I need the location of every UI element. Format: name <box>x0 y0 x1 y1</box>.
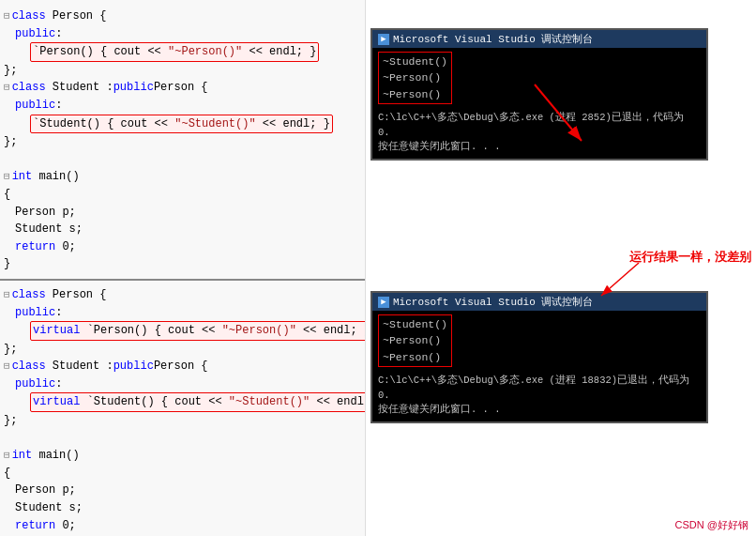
output-highlight-top: ~Student() ~Person() ~Person() <box>378 52 452 104</box>
vs-console-bottom: ▶ Microsoft Visual Studio 调试控制台 ~Student… <box>370 291 708 423</box>
code-line: }; <box>0 412 365 430</box>
minus-icon: ⊟ <box>4 448 10 464</box>
vs-titlebar-bottom: ▶ Microsoft Visual Studio 调试控制台 <box>372 293 706 311</box>
keyword-class: class <box>12 286 46 304</box>
code-text: Person p; <box>15 204 76 222</box>
keyword-public: public <box>113 79 154 97</box>
code-line: }; <box>0 341 365 359</box>
code-text: << endl; } <box>256 117 330 130</box>
keyword-return: return <box>15 517 55 535</box>
exit-msg-bottom: C:\lc\C++\多态\Debug\多态.exe (进程 18832)已退出，… <box>378 374 701 404</box>
code-text: Student : <box>53 358 113 375</box>
code-line: ⊟ class Student : public Person { <box>0 358 365 375</box>
code-text: << endl; } <box>310 395 366 408</box>
code-line: ⊟ class Student : public Person { <box>0 79 365 97</box>
keyword-return: return <box>15 238 55 256</box>
code-line: virtual `Person() { cout << "~Person()" … <box>0 321 365 341</box>
highlight-virtual-destructor: virtual `Person() { cout << "~Person()" … <box>30 321 366 341</box>
string-literal: "~Person()" <box>168 45 242 58</box>
minus-icon: ⊟ <box>4 359 10 375</box>
keyword-int: int <box>12 447 33 465</box>
output-line: ~Person() <box>383 332 447 348</box>
code-line: ⊟ int main() <box>0 447 365 465</box>
exit-msg-top: C:\lc\C++\多态\Debug\多态.exe (进程 2852)已退出，代… <box>378 111 701 141</box>
code-text: Person { <box>53 8 107 25</box>
keyword-class: class <box>12 8 46 25</box>
vs-body-bottom: ~Student() ~Person() ~Person() C:\lc\C++… <box>372 311 706 421</box>
vs-console-top: ▶ Microsoft Visual Studio 调试控制台 ~Student… <box>370 28 708 161</box>
code-text: }; <box>4 133 17 151</box>
code-text: }; <box>4 341 17 359</box>
highlight-destructor: `Person() { cout << "~Person()" << endl;… <box>30 42 319 62</box>
press-msg-bottom: 按任意键关闭此窗口. . . <box>378 403 701 418</box>
vs-body-top: ~Student() ~Person() ~Person() C:\lc\C++… <box>372 48 706 159</box>
output-line: ~Person() <box>383 86 447 102</box>
keyword-public: public <box>15 375 55 393</box>
code-text: `Person() { cout << <box>87 324 222 337</box>
minus-icon: ⊟ <box>4 287 10 303</box>
highlight-destructor: `Student() { cout << "~Student()" << end… <box>30 115 333 134</box>
top-code-block: ⊟ class Person { public: `Person() { cou… <box>0 6 365 275</box>
code-line: } <box>0 255 365 273</box>
code-text: : <box>55 304 62 322</box>
code-line: Student s; <box>0 221 365 238</box>
code-line: ⊟ int main() <box>0 168 365 186</box>
code-text: 0; <box>62 517 75 535</box>
csdn-watermark: CSDN @好好钢 <box>675 518 748 532</box>
code-panel: ⊟ class Person { public: `Person() { cou… <box>0 0 366 536</box>
string-literal: "~Student()" <box>229 395 310 408</box>
code-line: { <box>0 465 365 482</box>
vs-icon: ▶ <box>378 34 389 45</box>
keyword-class: class <box>12 79 46 97</box>
annotation-text: 运行结果一样，没差别 <box>629 249 751 266</box>
code-text: : <box>55 97 62 115</box>
code-line: ⊟ class Person { <box>0 286 365 304</box>
code-line: { <box>0 186 365 204</box>
code-line: }; <box>0 133 365 151</box>
code-line: Person p; <box>0 482 365 499</box>
code-text: } <box>4 255 10 273</box>
code-line: `Student() { cout << "~Student()" << end… <box>0 115 365 134</box>
code-line <box>0 430 365 448</box>
keyword-int: int <box>12 168 33 186</box>
code-text: Person { <box>154 358 208 375</box>
code-line: public: <box>0 97 365 115</box>
code-text: Student s; <box>15 221 83 238</box>
keyword-public: public <box>113 358 154 375</box>
string-literal: "~Student()" <box>174 117 255 130</box>
code-text: main() <box>38 168 79 186</box>
code-line: virtual `Student() { cout << "~Student()… <box>0 392 365 412</box>
code-text: Person p; <box>15 482 76 499</box>
output-line: ~Student() <box>383 54 447 69</box>
vs-title-text: Microsoft Visual Studio 调试控制台 <box>393 295 593 309</box>
press-msg-top: 按任意键关闭此窗口. . . <box>378 140 701 155</box>
minus-icon: ⊟ <box>4 8 10 24</box>
code-text: 0; <box>62 238 75 256</box>
vs-title-text: Microsoft Visual Studio 调试控制台 <box>393 32 593 46</box>
keyword-public: public <box>15 25 55 43</box>
code-text: `Student() { cout << <box>87 395 229 408</box>
code-text: }; <box>4 412 17 430</box>
code-text: : <box>55 375 62 393</box>
code-line: }; <box>0 62 365 80</box>
keyword-virtual: virtual <box>33 324 80 337</box>
keyword-public: public <box>15 97 55 115</box>
code-text: }; <box>4 62 17 80</box>
code-line: ⊟ class Person { <box>0 8 365 25</box>
main-container: ⊟ class Person { public: `Person() { cou… <box>0 0 756 536</box>
code-text: << endl; } <box>296 324 366 337</box>
code-line: public: <box>0 25 365 43</box>
vs-icon: ▶ <box>378 297 389 308</box>
code-text: { <box>4 186 10 204</box>
code-text: : <box>55 25 62 43</box>
code-line: Student s; <box>0 499 365 517</box>
code-text: { <box>4 465 10 482</box>
code-text: << endl; } <box>242 45 316 58</box>
keyword-public: public <box>15 304 55 322</box>
keyword-class: class <box>12 358 46 375</box>
code-text: Person { <box>154 79 208 97</box>
string-literal: "~Person()" <box>222 324 296 337</box>
code-text: Person { <box>53 286 107 304</box>
minus-icon: ⊟ <box>4 169 10 185</box>
code-line: public: <box>0 375 365 393</box>
